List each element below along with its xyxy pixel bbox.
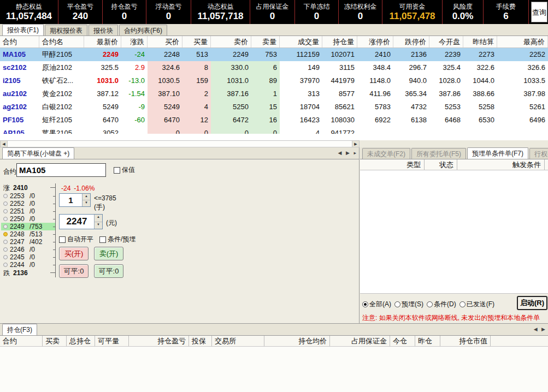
- scroll-left-icon[interactable]: ◀: [1, 141, 8, 147]
- account-metric-label: 持仓盈亏: [111, 3, 138, 11]
- scrollbar-thumb[interactable]: [8, 141, 352, 147]
- ladder-row[interactable]: 2248/513: [1, 230, 55, 238]
- quantity-stepper[interactable]: 1 ▲ ▼: [59, 193, 91, 207]
- quote-column-header[interactable]: 合约名: [39, 36, 84, 47]
- position-column-header[interactable]: 今仓: [390, 336, 415, 346]
- tab-scroll-right-icon[interactable]: ▶: [541, 326, 545, 332]
- quote-row[interactable]: PF105短纤21056470-606470126472161642310803…: [0, 114, 548, 127]
- filter-option[interactable]: 条件(D): [427, 300, 456, 309]
- tab-scroll-right-icon[interactable]: ▶: [346, 150, 350, 156]
- filter-option[interactable]: 全部(A): [362, 300, 391, 309]
- orders-column-header[interactable]: 类型: [360, 159, 425, 170]
- price-value[interactable]: 2247: [60, 216, 94, 227]
- sell-close-button[interactable]: 可平:0: [94, 264, 123, 278]
- orders-tab[interactable]: 所有委托单(F5): [411, 148, 466, 159]
- max-quantity-hint: <=3785: [94, 194, 116, 202]
- ladder-row[interactable]: 2246/0: [1, 246, 55, 253]
- quote-row[interactable]: au2102黄金2102387.12-1.54387.102387.161313…: [0, 87, 548, 100]
- ladder-row[interactable]: 2251/0: [1, 207, 55, 215]
- orders-column-header[interactable]: 触发条件: [457, 159, 545, 170]
- price-stepper[interactable]: 2247 ▲ ▼: [59, 214, 103, 229]
- tab-positions[interactable]: 持仓(F3): [2, 324, 37, 336]
- quote-row[interactable]: ag2102白银21025249-95249452501518704856215…: [0, 100, 548, 114]
- position-column-header[interactable]: 持仓盈亏: [129, 336, 189, 346]
- quote-column-header[interactable]: 卖量: [251, 36, 280, 47]
- ladder-row[interactable]: 2247/402: [1, 238, 55, 246]
- query-button[interactable]: 查询: [531, 2, 547, 22]
- quote-tab[interactable]: 报价表(F1): [2, 24, 44, 36]
- contract-input[interactable]: [16, 163, 106, 177]
- horizontal-scrollbar[interactable]: ◀ ▶: [0, 140, 360, 147]
- ladder-row[interactable]: 2245/0: [1, 253, 55, 261]
- position-column-header[interactable]: 投保: [189, 336, 212, 346]
- quote-column-header[interactable]: 跌停价: [393, 36, 429, 47]
- cell-ask: 6472: [211, 114, 251, 127]
- orders-tab[interactable]: 预埋单条件单(F7): [467, 147, 528, 159]
- quote-row[interactable]: AP105苹果2105305200004941772: [0, 127, 548, 134]
- ladder-row[interactable]: 2250/0: [1, 215, 55, 223]
- spinner-up-icon[interactable]: ▲: [83, 194, 90, 200]
- tab-scroll-left-icon[interactable]: ◀: [534, 326, 538, 332]
- tab-scroll-left-icon[interactable]: ◀: [338, 150, 342, 156]
- ladder-price: 2245: [10, 253, 28, 261]
- ladder-row[interactable]: 2252/0: [1, 200, 55, 207]
- ladder-row[interactable]: 2253/0: [1, 192, 55, 200]
- tab-simple-order-board[interactable]: 简易下单板(小键盘 +): [2, 147, 74, 159]
- position-column-header[interactable]: 买卖: [43, 336, 67, 346]
- quote-column-header[interactable]: 最高价: [497, 36, 548, 47]
- ladder-row[interactable]: 2249/753: [1, 223, 55, 230]
- quote-column-header[interactable]: 持仓量: [322, 36, 357, 47]
- condition-preset-checkbox[interactable]: 条件/预埋: [99, 235, 135, 244]
- buy-close-button[interactable]: 可平:0: [59, 264, 89, 278]
- position-column-header[interactable]: 交易所: [212, 336, 264, 346]
- position-column-header[interactable]: 占用保证金: [330, 336, 390, 346]
- scroll-right-icon[interactable]: ▶: [352, 141, 359, 147]
- quote-table-body: MA105甲醇21052249-242248513224975311215910…: [0, 48, 548, 134]
- cell-open_interest: 102071: [322, 48, 357, 61]
- filter-option[interactable]: 预埋(S): [394, 300, 423, 309]
- quote-column-header[interactable]: 涨跌: [121, 36, 148, 47]
- quantity-value[interactable]: 1: [60, 195, 82, 205]
- quote-tab[interactable]: 合约列表(F6): [119, 25, 167, 36]
- quote-column-header[interactable]: 买量: [182, 36, 211, 47]
- quote-column-header[interactable]: 涨停价: [357, 36, 393, 47]
- quote-column-header[interactable]: 成交量: [280, 36, 322, 47]
- orders-tab[interactable]: 行权委: [529, 148, 548, 159]
- orders-tab[interactable]: 未成交单(F2): [362, 148, 410, 159]
- quote-column-header[interactable]: 卖价: [211, 36, 251, 47]
- quote-column-header[interactable]: 昨结算: [463, 36, 497, 47]
- filter-option[interactable]: 已发送(F): [459, 300, 494, 309]
- buy-open-button[interactable]: 买(开): [59, 247, 89, 260]
- quote-column-header[interactable]: 最新价: [84, 36, 121, 47]
- position-column-header[interactable]: 持仓均价: [264, 336, 330, 346]
- quote-column-header[interactable]: 买价: [148, 36, 182, 47]
- quote-row[interactable]: sc2102原油2102325.52.9324.68330.0614931153…: [0, 61, 548, 74]
- orders-table-body: [360, 170, 548, 294]
- orders-column-header[interactable]: 状态: [425, 159, 457, 170]
- sell-open-button[interactable]: 卖(开): [94, 247, 123, 260]
- quote-column-header[interactable]: 今开盘: [429, 36, 463, 47]
- tab-more-icon[interactable]: ▸: [353, 150, 356, 156]
- position-column-header[interactable]: 可平量: [95, 336, 129, 346]
- auto-openclose-checkbox[interactable]: 自动开平: [59, 235, 93, 244]
- quote-tab[interactable]: 期权报价表: [45, 25, 87, 36]
- spinner-down-icon[interactable]: ▼: [83, 200, 90, 206]
- position-column-header[interactable]: 总持仓: [67, 336, 95, 346]
- account-metric-label: 下单冻结: [304, 3, 330, 11]
- start-button[interactable]: 启动(R): [517, 296, 547, 310]
- price-spinner: ▲ ▼: [94, 215, 102, 229]
- quote-column-header[interactable]: 合约: [0, 36, 39, 47]
- position-column-header[interactable]: 昨仓: [415, 336, 440, 346]
- ladder-limit-down: 跌2136: [1, 269, 55, 277]
- quote-row[interactable]: MA105甲醇21052249-242248513224975311215910…: [0, 48, 548, 61]
- auto-openclose-label: 自动开平: [67, 235, 93, 244]
- hedge-checkbox[interactable]: 保值: [114, 165, 135, 175]
- ladder-row[interactable]: 2244/0: [1, 261, 55, 269]
- account-metric: 下单冻结0: [295, 0, 339, 24]
- quote-tab[interactable]: 报价块: [89, 25, 118, 36]
- position-column-header[interactable]: 合约: [0, 336, 43, 346]
- spinner-up-icon[interactable]: ▲: [95, 215, 102, 222]
- position-column-header[interactable]: 持仓市值: [440, 336, 491, 346]
- spinner-down-icon[interactable]: ▼: [95, 222, 102, 229]
- quote-row[interactable]: i2105铁矿石2...1031.0-13.01030.51591031.089…: [0, 74, 548, 87]
